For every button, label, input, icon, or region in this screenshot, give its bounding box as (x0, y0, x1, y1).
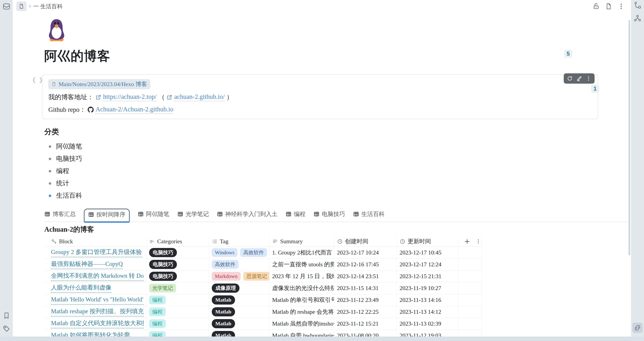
cell-created[interactable]: 2023-11-12 23:49 (334, 294, 397, 306)
cell-tags[interactable]: 高效软件 (209, 259, 270, 270)
edit-icon[interactable] (575, 75, 583, 82)
block-ref-link[interactable]: Matlab 自定义代码支持滚轮放大和拖动图像 (51, 319, 144, 328)
view-tab[interactable]: 电脑技巧 (314, 209, 345, 222)
bookmark-icon[interactable] (1, 310, 12, 321)
view-tab[interactable]: 生活百科 (353, 209, 384, 222)
cell-summary[interactable]: Matlab 的单引号和双引号包 (270, 294, 334, 306)
view-tab[interactable]: 神经科学入门到入土 (217, 209, 278, 222)
list-item: 生活百科 (44, 190, 631, 202)
view-tab[interactable]: 编程 (286, 209, 306, 222)
view-tab[interactable]: 博客汇总 (44, 209, 76, 222)
block-ref-link[interactable]: 人眼为什么能看到虚像 (51, 284, 111, 293)
cell-summary[interactable]: 之前一直很馋 utools 的剪贴板 (270, 259, 334, 270)
view-tab[interactable]: 光学笔记 (177, 209, 209, 222)
github-repo-link[interactable]: Achuan-2/Achuan-2.github.io (96, 106, 173, 114)
cell-created[interactable]: 2023-12-14 23:51 (334, 270, 397, 282)
view-tab[interactable]: 阿巛随笔 (138, 209, 169, 222)
network-icon[interactable] (632, 13, 643, 23)
cell-updated[interactable]: 2023-12-15 21:31 (397, 270, 458, 282)
cell-categories[interactable]: 编程 (146, 318, 209, 330)
cell-updated[interactable]: 2023-11-13 14:16 (397, 294, 458, 306)
cell-summary[interactable]: Matlab 的 reshape 会先将输入 (270, 306, 334, 318)
cell-categories[interactable]: 电脑技巧 (146, 270, 209, 282)
more-icon[interactable] (585, 75, 592, 82)
cell-tags[interactable]: 成像原理 (209, 282, 270, 294)
bullet-dot[interactable] (49, 182, 51, 185)
column-header-block[interactable]: Block (44, 236, 146, 247)
bullet-dot[interactable] (49, 145, 51, 148)
cell-updated[interactable]: 2023-11-13 14:12 (397, 306, 458, 318)
table-icon (217, 211, 223, 217)
horizontal-scrollbar[interactable] (0, 336, 644, 341)
cell-created[interactable]: 2023-12-16 17:45 (334, 259, 397, 270)
column-label: Summary (280, 238, 303, 245)
block-ref-link[interactable]: 全网找不到满意的 Markdown 转 Docx 模板 (51, 272, 144, 281)
table-more-icon[interactable] (476, 238, 481, 244)
cell-summary[interactable]: 1. Groupy 2相比1代而言，UI (270, 247, 334, 258)
column-label: 创建时间 (345, 238, 368, 245)
block-ref-link[interactable]: Matlab reshape 按列扫描、按列填充——矩阵 (51, 307, 144, 317)
cell-extra (458, 306, 482, 318)
column-header-tag[interactable]: Tag (209, 236, 270, 247)
doc-title[interactable]: 阿巛的博客 (44, 48, 631, 64)
breadcrumb[interactable]: 一 生活百科 (33, 3, 62, 10)
cell-block: Matlab reshape 按列扫描、按列填充——矩阵 (44, 306, 146, 318)
cell-updated[interactable]: 2023-11-13 02:39 (397, 318, 458, 330)
cell-tags[interactable]: Matlab (209, 306, 270, 318)
cell-tags[interactable]: Windows 高效软件 (209, 247, 270, 258)
column-header-updated[interactable]: 更新时间 (397, 236, 458, 247)
refresh-icon[interactable] (566, 75, 574, 82)
more-icon[interactable] (616, 1, 626, 11)
cell-summary[interactable]: 虚像发出的光没什么特别的， (270, 282, 334, 294)
unlock-icon[interactable] (591, 1, 601, 11)
cell-updated[interactable]: 2023-11-19 10:27 (397, 282, 458, 294)
bullet-dot[interactable] (49, 158, 51, 160)
cell-created[interactable]: 2023-12-17 10:24 (334, 247, 397, 258)
cell-created[interactable]: 2023-11-12 22:25 (334, 306, 397, 318)
inbox-icon[interactable] (1, 1, 12, 12)
cell-categories[interactable]: 电脑技巧 (146, 259, 209, 270)
graph-icon[interactable] (632, 0, 643, 10)
category-pill: 编程 (149, 308, 166, 316)
cell-tags[interactable]: Matlab (209, 318, 270, 330)
doc-ref-count-badge[interactable]: 5 (564, 50, 572, 58)
bullet-dot[interactable] (49, 170, 51, 172)
database-title[interactable]: Achuan-2的博客 (44, 225, 630, 234)
blog-url-alt-link[interactable]: achuan-2.github.io/ (174, 93, 225, 101)
doc-ref-chip[interactable]: Main/Notes/2023/2023.04/Hexo 博客 (48, 79, 150, 89)
view-tab-label: 编程 (294, 210, 306, 218)
vertical-scrollbar[interactable] (628, 20, 630, 255)
document-icon[interactable] (604, 1, 614, 11)
cell-created[interactable]: 2023-11-15 14:31 (334, 282, 397, 294)
cell-updated[interactable]: 2023-12-17 10:45 (397, 247, 458, 258)
view-tab-label: 阿巛随笔 (146, 210, 169, 218)
cell-summary[interactable]: Matlab 虽然自带的imshow也 (270, 318, 334, 330)
add-column-icon[interactable] (464, 238, 470, 245)
block-ref-link[interactable]: 最强剪贴板神器——CopyQ (51, 260, 123, 269)
blog-url-link[interactable]: https://achuan-2.top/ (103, 93, 156, 101)
cell-categories[interactable]: 编程 (146, 294, 209, 306)
embed-query-icon[interactable]: { } (32, 77, 43, 84)
view-tab[interactable]: 按时间降序 (84, 208, 130, 222)
breadcrumb-doc-icon[interactable] (16, 1, 26, 11)
column-header-categories[interactable]: Categories (146, 236, 209, 247)
backlink-icon[interactable] (632, 323, 643, 333)
cell-categories[interactable]: 编程 (146, 306, 209, 318)
block-ref-link[interactable]: Groupy 2 多窗口管理工具升级体验 (51, 248, 142, 257)
cell-categories[interactable]: 电脑技巧 (146, 247, 209, 258)
cell-tags[interactable]: Matlab (209, 294, 270, 306)
cell-summary[interactable]: 2023 年 12 月 15 日，我终于 (270, 270, 334, 282)
list-item: 编程 (44, 165, 631, 177)
cell-tags[interactable]: Markdown 思源笔记 Word (209, 270, 270, 282)
embed-ref-count-badge[interactable]: 1 (591, 84, 599, 93)
penguin-emoji[interactable] (46, 18, 631, 42)
bullet-dot[interactable] (49, 194, 51, 197)
cell-categories[interactable]: 光学笔记 (146, 282, 209, 294)
block-ref-link[interactable]: Matlab 'Hello World' vs "Hello World" 单引… (51, 296, 144, 305)
column-header-summary[interactable]: Summary (270, 236, 334, 247)
table-row: Matlab 'Hello World' vs "Hello World" 单引… (44, 294, 482, 306)
tag-icon[interactable] (1, 324, 12, 334)
cell-created[interactable]: 2023-11-12 15:21 (334, 318, 397, 330)
column-header-created[interactable]: 创建时间 (334, 236, 397, 247)
cell-updated[interactable]: 2023-12-17 12:24 (397, 259, 458, 270)
